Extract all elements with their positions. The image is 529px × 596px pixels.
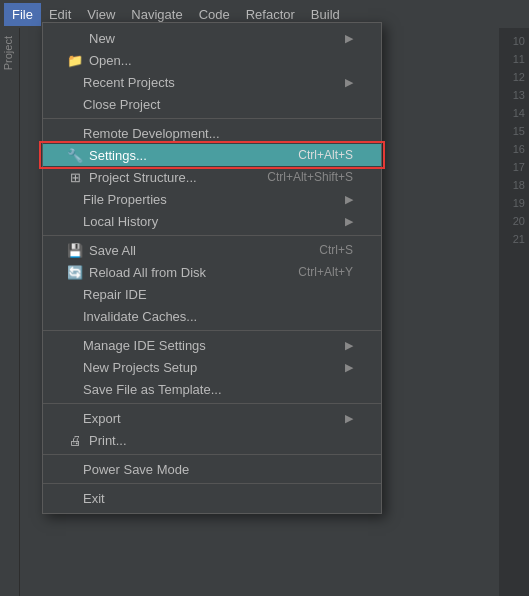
menu-item-right-project-structure: Ctrl+Alt+Shift+S bbox=[267, 170, 353, 184]
menu-item-right-recent: ▶ bbox=[341, 76, 353, 89]
menu-item-shortcut-reload: Ctrl+Alt+Y bbox=[298, 265, 353, 279]
menu-item-label-invalidate: Invalidate Caches... bbox=[83, 309, 197, 324]
line-number: 13 bbox=[499, 86, 525, 104]
line-number: 15 bbox=[499, 122, 525, 140]
line-numbers: 101112131415161718192021 bbox=[499, 28, 529, 596]
menu-item-text-new: New bbox=[89, 31, 115, 46]
menu-item-text-recent: Recent Projects bbox=[83, 75, 175, 90]
menu-item-arrow-export: ▶ bbox=[345, 412, 353, 425]
save-icon: 💾 bbox=[67, 242, 83, 258]
menu-item-arrow-local-history: ▶ bbox=[345, 215, 353, 228]
menu-item-settings[interactable]: 🔧Settings...Ctrl+Alt+S bbox=[43, 144, 381, 166]
menu-item-text-reload: Reload All from Disk bbox=[89, 265, 206, 280]
menu-item-label-save-all: 💾Save All bbox=[67, 242, 136, 258]
menu-item-label-project-structure: ⊞Project Structure... bbox=[67, 169, 197, 185]
menu-item-text-exit: Exit bbox=[83, 491, 105, 506]
menu-separator bbox=[43, 403, 381, 404]
menu-item-right-manage-ide: ▶ bbox=[341, 339, 353, 352]
menu-item-save-all[interactable]: 💾Save AllCtrl+S bbox=[43, 239, 381, 261]
menu-item-label-reload: 🔄Reload All from Disk bbox=[67, 264, 206, 280]
menu-item-invalidate[interactable]: Invalidate Caches... bbox=[43, 305, 381, 327]
line-number: 11 bbox=[499, 50, 525, 68]
line-number: 18 bbox=[499, 176, 525, 194]
menu-item-label-manage-ide: Manage IDE Settings bbox=[83, 338, 206, 353]
menu-item-right-settings: Ctrl+Alt+S bbox=[298, 148, 353, 162]
line-number: 20 bbox=[499, 212, 525, 230]
grid-icon: ⊞ bbox=[67, 169, 83, 185]
menu-item-label-power-save: Power Save Mode bbox=[83, 462, 189, 477]
menu-item-right-save-all: Ctrl+S bbox=[319, 243, 353, 257]
menu-item-label-new: New bbox=[67, 30, 115, 46]
menu-separator bbox=[43, 483, 381, 484]
menu-item-text-new-projects: New Projects Setup bbox=[83, 360, 197, 375]
line-number: 12 bbox=[499, 68, 525, 86]
menu-separator bbox=[43, 118, 381, 119]
file-dropdown-menu: New▶📁Open...Recent Projects▶Close Projec… bbox=[42, 22, 382, 514]
menu-item-remote[interactable]: Remote Development... bbox=[43, 122, 381, 144]
menu-item-right-new-projects: ▶ bbox=[341, 361, 353, 374]
menu-item-arrow-file-properties: ▶ bbox=[345, 193, 353, 206]
menu-item-repair[interactable]: Repair IDE bbox=[43, 283, 381, 305]
menu-item-right-file-properties: ▶ bbox=[341, 193, 353, 206]
menu-item-open[interactable]: 📁Open... bbox=[43, 49, 381, 71]
menu-item-text-repair: Repair IDE bbox=[83, 287, 147, 302]
menu-item-arrow-new-projects: ▶ bbox=[345, 361, 353, 374]
print-icon: 🖨 bbox=[67, 432, 83, 448]
menu-item-file-properties[interactable]: File Properties▶ bbox=[43, 188, 381, 210]
menu-item-text-save-all: Save All bbox=[89, 243, 136, 258]
menu-item-text-remote: Remote Development... bbox=[83, 126, 220, 141]
menu-item-label-save-template: Save File as Template... bbox=[83, 382, 222, 397]
menu-item-close[interactable]: Close Project bbox=[43, 93, 381, 115]
menu-file[interactable]: File bbox=[4, 3, 41, 26]
menu-item-label-settings: 🔧Settings... bbox=[67, 147, 147, 163]
menu-separator bbox=[43, 454, 381, 455]
menu-item-text-print: Print... bbox=[89, 433, 127, 448]
menu-item-right-new: ▶ bbox=[341, 32, 353, 45]
menu-item-project-structure[interactable]: ⊞Project Structure...Ctrl+Alt+Shift+S bbox=[43, 166, 381, 188]
menu-item-manage-ide[interactable]: Manage IDE Settings▶ bbox=[43, 334, 381, 356]
menu-item-label-close: Close Project bbox=[83, 97, 160, 112]
menu-item-power-save[interactable]: Power Save Mode bbox=[43, 458, 381, 480]
empty-icon bbox=[67, 30, 83, 46]
menu-item-label-open: 📁Open... bbox=[67, 52, 132, 68]
menu-item-arrow-manage-ide: ▶ bbox=[345, 339, 353, 352]
menu-item-text-local-history: Local History bbox=[83, 214, 158, 229]
line-number: 10 bbox=[499, 32, 525, 50]
menu-item-export[interactable]: Export▶ bbox=[43, 407, 381, 429]
menu-item-label-remote: Remote Development... bbox=[83, 126, 220, 141]
line-number: 19 bbox=[499, 194, 525, 212]
menu-item-text-manage-ide: Manage IDE Settings bbox=[83, 338, 206, 353]
menu-item-reload[interactable]: 🔄Reload All from DiskCtrl+Alt+Y bbox=[43, 261, 381, 283]
menu-item-label-exit: Exit bbox=[83, 491, 105, 506]
menu-item-new-projects[interactable]: New Projects Setup▶ bbox=[43, 356, 381, 378]
line-number: 16 bbox=[499, 140, 525, 158]
menu-item-recent[interactable]: Recent Projects▶ bbox=[43, 71, 381, 93]
menu-item-local-history[interactable]: Local History▶ bbox=[43, 210, 381, 232]
menu-item-shortcut-project-structure: Ctrl+Alt+Shift+S bbox=[267, 170, 353, 184]
menu-item-label-recent: Recent Projects bbox=[83, 75, 175, 90]
menu-item-shortcut-settings: Ctrl+Alt+S bbox=[298, 148, 353, 162]
menu-item-right-export: ▶ bbox=[341, 412, 353, 425]
menu-item-text-save-template: Save File as Template... bbox=[83, 382, 222, 397]
menu-item-label-repair: Repair IDE bbox=[83, 287, 147, 302]
menu-item-text-settings: Settings... bbox=[89, 148, 147, 163]
line-number: 17 bbox=[499, 158, 525, 176]
menu-item-label-new-projects: New Projects Setup bbox=[83, 360, 197, 375]
menu-item-exit[interactable]: Exit bbox=[43, 487, 381, 509]
project-panel: Project bbox=[0, 28, 20, 596]
menu-item-text-invalidate: Invalidate Caches... bbox=[83, 309, 197, 324]
reload-icon: 🔄 bbox=[67, 264, 83, 280]
menu-item-save-template[interactable]: Save File as Template... bbox=[43, 378, 381, 400]
menu-item-label-print: 🖨Print... bbox=[67, 432, 127, 448]
menu-item-new[interactable]: New▶ bbox=[43, 27, 381, 49]
menu-item-text-export: Export bbox=[83, 411, 121, 426]
menu-item-text-file-properties: File Properties bbox=[83, 192, 167, 207]
menu-item-text-project-structure: Project Structure... bbox=[89, 170, 197, 185]
menu-item-shortcut-save-all: Ctrl+S bbox=[319, 243, 353, 257]
menu-item-print[interactable]: 🖨Print... bbox=[43, 429, 381, 451]
project-label: Project bbox=[0, 28, 16, 78]
menu-item-label-export: Export bbox=[83, 411, 121, 426]
menu-item-label-local-history: Local History bbox=[83, 214, 158, 229]
menu-item-right-reload: Ctrl+Alt+Y bbox=[298, 265, 353, 279]
folder-icon: 📁 bbox=[67, 52, 83, 68]
